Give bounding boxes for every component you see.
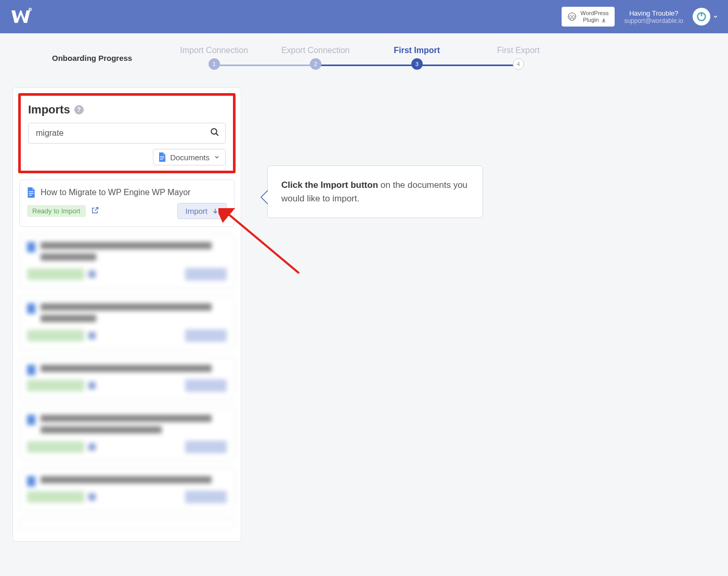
- trouble-heading: Having Trouble?: [624, 9, 683, 17]
- redacted-document-card: [19, 468, 235, 511]
- svg-rect-11: [29, 195, 32, 195]
- svg-rect-8: [160, 159, 163, 160]
- ready-badge: Ready to Import: [27, 205, 86, 217]
- wordpress-plugin-button[interactable]: WordPress Plugin: [562, 7, 615, 27]
- logo-icon: [9, 5, 32, 28]
- support-info: Having Trouble? support@wordable.io: [624, 9, 683, 24]
- svg-rect-9: [29, 191, 34, 192]
- help-icon[interactable]: ?: [74, 105, 84, 114]
- google-doc-icon: [27, 187, 35, 198]
- imports-title: Imports: [28, 103, 70, 117]
- tooltip-strong: Click the Import button: [281, 180, 378, 190]
- wp-plugin-label-2: Plugin: [583, 17, 599, 23]
- download-icon: [601, 18, 606, 23]
- onboarding-tooltip: Click the Import button on the documents…: [267, 165, 483, 218]
- document-title[interactable]: How to Migrate to WP Engine WP Mayor: [41, 188, 190, 197]
- onboarding-progress: Onboarding Progress Import Connection 1 …: [0, 33, 728, 75]
- wp-plugin-label-1: WordPress: [580, 10, 608, 17]
- download-arrow-icon: [212, 208, 219, 215]
- support-email[interactable]: support@wordable.io: [624, 17, 683, 24]
- step-first-import[interactable]: First Import 3: [366, 46, 467, 70]
- redacted-document-card: [19, 518, 235, 529]
- power-icon: [693, 8, 710, 25]
- highlight-search-area: Imports ? Documents: [18, 93, 236, 173]
- svg-rect-10: [29, 193, 34, 194]
- account-menu[interactable]: [693, 8, 719, 25]
- svg-rect-6: [160, 156, 164, 157]
- svg-point-0: [29, 8, 31, 10]
- open-external-icon[interactable]: [91, 206, 99, 216]
- wordable-logo[interactable]: [9, 5, 32, 28]
- svg-point-4: [211, 129, 217, 134]
- step-first-export[interactable]: First Export 4: [467, 46, 569, 70]
- step-export-connection[interactable]: Export Connection 2: [265, 46, 366, 70]
- search-input[interactable]: [28, 123, 226, 144]
- document-card: How to Migrate to WP Engine WP Mayor Rea…: [19, 180, 235, 227]
- documents-filter-select[interactable]: Documents: [153, 149, 226, 165]
- google-doc-icon: [159, 152, 166, 162]
- chevron-down-icon: [712, 14, 719, 20]
- redacted-document-card: [19, 234, 235, 288]
- step-import-connection[interactable]: Import Connection 1: [163, 46, 265, 70]
- svg-rect-7: [160, 158, 164, 158]
- svg-line-5: [216, 133, 218, 136]
- import-button[interactable]: Import: [177, 203, 227, 219]
- redacted-document-card: [19, 407, 235, 461]
- wordpress-icon: [568, 12, 576, 21]
- filter-label: Documents: [170, 153, 210, 162]
- redacted-document-card: [19, 357, 235, 400]
- imports-panel: Imports ? Documents How to Mi: [12, 87, 241, 542]
- progress-label: Onboarding Progress: [52, 54, 132, 62]
- app-header: WordPress Plugin Having Trouble? support…: [0, 0, 728, 33]
- redacted-document-card: [19, 296, 235, 350]
- search-icon[interactable]: [210, 127, 219, 139]
- chevron-down-icon: [214, 154, 220, 160]
